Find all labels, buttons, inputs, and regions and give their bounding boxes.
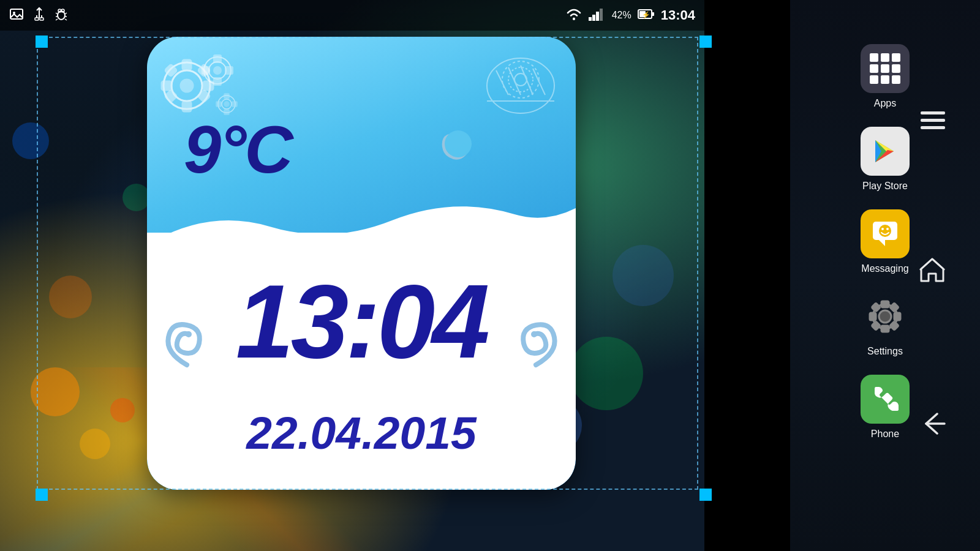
svg-point-62 <box>531 331 537 337</box>
weather-widget[interactable]: 9°C 13:04 <box>147 37 576 490</box>
svg-rect-35 <box>198 90 210 102</box>
swirl-right-decoration <box>508 310 564 383</box>
svg-rect-76 <box>872 321 880 330</box>
usb-icon <box>33 7 45 24</box>
status-time: 13:04 <box>661 7 695 23</box>
back-button[interactable] <box>913 405 952 447</box>
svg-rect-24 <box>652 12 654 16</box>
svg-line-15 <box>56 19 58 20</box>
status-right-icons: 42% ⚡ 13:04 <box>565 7 695 23</box>
svg-rect-5 <box>35 18 39 20</box>
svg-point-50 <box>224 102 229 107</box>
svg-rect-49 <box>232 102 237 107</box>
svg-rect-80 <box>921 126 945 129</box>
svg-rect-30 <box>162 81 172 90</box>
bug-icon <box>55 7 68 24</box>
svg-rect-48 <box>216 102 221 107</box>
wifi-icon <box>565 7 582 23</box>
corner-handle-tr[interactable] <box>699 36 712 48</box>
corner-handle-bl[interactable] <box>36 489 48 501</box>
status-bar: 42% ⚡ 13:04 <box>0 0 704 31</box>
battery-percentage: 42% <box>612 10 631 21</box>
svg-point-17 <box>573 18 575 20</box>
home-button[interactable] <box>913 250 952 295</box>
svg-point-36 <box>181 80 193 92</box>
svg-line-57 <box>508 67 521 95</box>
svg-rect-41 <box>202 67 209 74</box>
svg-rect-40 <box>214 78 221 85</box>
svg-point-60 <box>445 130 472 157</box>
svg-rect-6 <box>40 18 43 20</box>
moon-icon <box>435 116 484 183</box>
battery-icon: ⚡ <box>638 7 655 23</box>
svg-rect-20 <box>596 12 599 21</box>
corner-handle-br[interactable] <box>699 489 712 501</box>
image-icon <box>9 7 24 24</box>
signal-icon <box>589 7 606 23</box>
svg-rect-79 <box>921 119 945 122</box>
temperature-display: 9°C <box>184 110 292 188</box>
svg-text:⚡: ⚡ <box>642 10 650 19</box>
svg-point-53 <box>508 67 533 92</box>
svg-line-12 <box>65 13 67 14</box>
status-left-icons <box>9 7 68 24</box>
svg-rect-18 <box>589 17 592 21</box>
svg-line-59 <box>533 69 545 95</box>
svg-rect-39 <box>214 55 221 62</box>
svg-rect-28 <box>183 60 191 70</box>
svg-rect-0 <box>10 9 23 19</box>
svg-rect-21 <box>600 9 603 21</box>
svg-rect-74 <box>872 303 880 312</box>
svg-point-43 <box>214 67 221 74</box>
corner-handle-tl[interactable] <box>36 36 48 48</box>
svg-rect-34 <box>165 90 177 102</box>
svg-line-11 <box>56 13 58 14</box>
svg-point-66 <box>881 228 884 230</box>
svg-line-56 <box>496 70 508 95</box>
svg-rect-78 <box>921 111 945 114</box>
wave-decoration <box>147 196 576 245</box>
svg-rect-72 <box>870 313 876 320</box>
svg-marker-64 <box>879 240 885 246</box>
svg-line-16 <box>65 19 67 20</box>
cloud-decoration <box>478 46 564 126</box>
clock-date: 22.04.2015 <box>147 407 576 459</box>
svg-rect-19 <box>592 15 595 21</box>
svg-rect-46 <box>224 94 229 99</box>
bottom-section: 13:04 22.04.2015 <box>147 233 576 490</box>
svg-rect-42 <box>225 67 233 74</box>
menu-button[interactable] <box>914 104 951 141</box>
nav-buttons <box>885 0 980 551</box>
